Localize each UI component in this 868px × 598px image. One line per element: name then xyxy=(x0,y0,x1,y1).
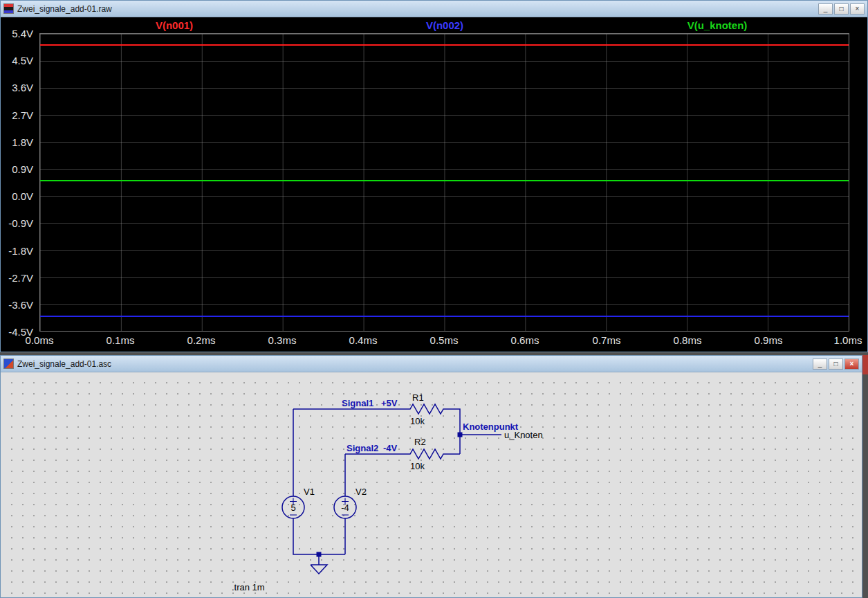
net-label-signal2[interactable]: Signal2 xyxy=(347,443,378,453)
net-label-signal1-value[interactable]: +5V xyxy=(381,398,398,408)
y-tick: 1.8V xyxy=(1,136,33,148)
x-tick: 0.1ms xyxy=(107,334,135,346)
y-tick: -0.9V xyxy=(1,217,33,229)
minimize-button[interactable]: _ xyxy=(813,359,827,370)
y-tick: 0.9V xyxy=(1,163,33,175)
waveform-titlebar[interactable]: Zwei_signale_add-01.raw _ □ × xyxy=(1,1,867,17)
v1-name[interactable]: V1 xyxy=(304,487,315,497)
net-label-signal1[interactable]: Signal1 xyxy=(342,398,373,408)
x-tick: 0.3ms xyxy=(268,334,297,346)
waveform-window-controls: _ □ × xyxy=(818,3,865,15)
v2-name[interactable]: V2 xyxy=(355,487,367,497)
waveform-window: Zwei_signale_add-01.raw _ □ × V(n001) V(… xyxy=(0,0,868,352)
r2-value[interactable]: 10k xyxy=(410,461,425,471)
trace-label-vuknoten[interactable]: V(u_knoten) xyxy=(687,19,748,31)
y-tick: -3.6V xyxy=(1,299,33,311)
trace-label-vn001[interactable]: V(n001) xyxy=(156,19,193,31)
schematic-window-controls: _ □ × xyxy=(813,359,859,370)
minimize-button[interactable]: _ xyxy=(818,3,833,15)
schematic-drawing[interactable]: R1 10k R2 10k V1 5 V2 xyxy=(1,372,862,597)
maximize-button[interactable]: □ xyxy=(834,3,849,15)
ground-symbol[interactable] xyxy=(311,554,327,574)
y-tick: 4.5V xyxy=(1,55,33,66)
plot-grid-box[interactable] xyxy=(39,33,849,332)
voltage-source-v2[interactable]: V2 -4 xyxy=(334,487,367,518)
y-tick: 0.0V xyxy=(1,190,33,202)
x-tick: 1.0ms xyxy=(834,334,862,346)
schematic-window: Zwei_signale_add-01.asc _ □ × R1 10k R2 … xyxy=(0,355,862,598)
resistor-r1[interactable]: R1 10k xyxy=(406,392,447,426)
schematic-app-icon xyxy=(3,359,14,369)
x-tick: 0.9ms xyxy=(755,334,783,346)
y-tick: -2.7V xyxy=(1,272,33,284)
r1-name[interactable]: R1 xyxy=(412,392,424,403)
maximize-button[interactable]: □ xyxy=(829,359,843,370)
background-window-edge-gray xyxy=(862,374,868,598)
x-tick: 0.6ms xyxy=(511,334,539,346)
v2-value[interactable]: -4 xyxy=(341,502,349,513)
trace-vn001 xyxy=(40,44,849,46)
x-tick: 0.8ms xyxy=(674,334,702,346)
x-tick: 0.4ms xyxy=(349,334,378,346)
waveform-app-icon xyxy=(3,3,14,14)
x-tick: 0.5ms xyxy=(430,334,459,346)
y-tick: 3.6V xyxy=(1,82,33,93)
schematic-canvas[interactable]: R1 10k R2 10k V1 5 V2 xyxy=(1,372,861,597)
x-tick: 0.2ms xyxy=(187,334,216,346)
plot-area[interactable]: V(n001) V(n002) V(u_knoten) 5.4V 4.5V 3.… xyxy=(1,17,867,351)
r1-value[interactable]: 10k xyxy=(410,416,425,426)
background-window-edge-red xyxy=(862,355,868,374)
y-tick: 2.7V xyxy=(1,109,33,121)
trace-vuknoten xyxy=(40,180,849,181)
spice-directive-tran[interactable]: .tran 1m xyxy=(232,582,265,592)
close-button[interactable]: × xyxy=(844,359,859,370)
x-tick: 0.0ms xyxy=(26,334,54,346)
y-tick: -1.8V xyxy=(1,245,33,257)
label-u-knoten[interactable]: u_Knoten xyxy=(504,430,543,440)
r2-name[interactable]: R2 xyxy=(414,437,426,447)
waveform-window-title: Zwei_signale_add-01.raw xyxy=(17,4,815,14)
y-tick: 5.4V xyxy=(1,28,33,39)
net-label-signal2-value[interactable]: -4V xyxy=(383,443,398,453)
junction-node-knotenpunkt xyxy=(458,433,463,437)
schematic-titlebar[interactable]: Zwei_signale_add-01.asc _ □ × xyxy=(1,356,862,372)
voltage-source-v1[interactable]: V1 5 xyxy=(282,487,315,518)
junction-node-ground xyxy=(317,552,322,557)
trace-label-vn002[interactable]: V(n002) xyxy=(426,19,463,31)
v1-value[interactable]: 5 xyxy=(290,502,295,513)
resistor-r2[interactable]: R2 10k xyxy=(406,437,447,471)
schematic-window-title: Zwei_signale_add-01.asc xyxy=(17,359,809,369)
close-button[interactable]: × xyxy=(850,3,865,15)
x-tick: 0.7ms xyxy=(593,334,621,346)
trace-vn002 xyxy=(40,316,849,317)
